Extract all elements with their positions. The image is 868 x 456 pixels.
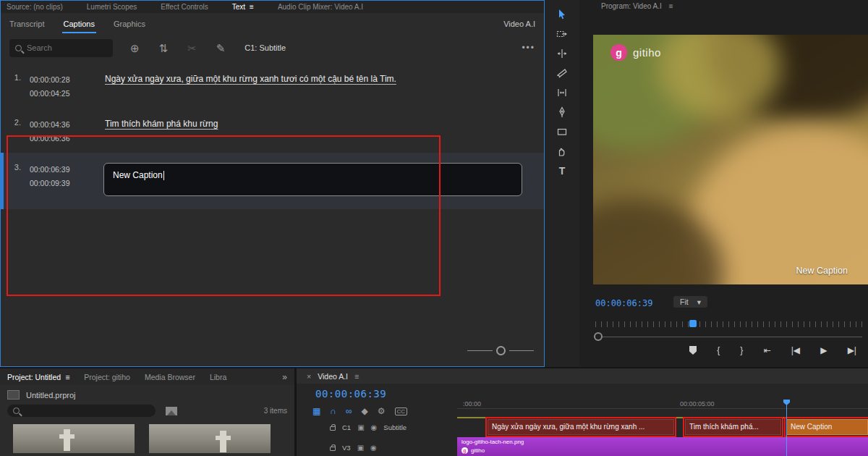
selection-tool-icon[interactable]	[555, 7, 569, 22]
edit-caption-icon[interactable]: ✎	[216, 43, 226, 54]
panel-menu-icon[interactable]: ≡	[65, 373, 69, 381]
sync-lock-icon[interactable]: ▣	[357, 423, 364, 431]
zoom-level-select[interactable]: Fit ▾	[673, 296, 707, 308]
mark-out-icon[interactable]: }	[740, 345, 743, 355]
program-timecode[interactable]: 00:00:06:39	[595, 298, 652, 308]
go-to-in-icon[interactable]: ⇤	[764, 345, 771, 355]
ripple-edit-tool-icon[interactable]	[555, 46, 569, 61]
snap-magnet-icon[interactable]: ∩	[330, 406, 336, 416]
caption-row-3-selected[interactable]: 3. 00:00:06:39 00:00:09:39 New Caption	[1, 153, 544, 209]
timeline-timecode[interactable]: 00:00:06:39	[315, 388, 386, 400]
scrollbar-handle[interactable]	[594, 332, 603, 341]
mark-in-icon[interactable]: {	[717, 345, 720, 355]
captions-visibility-icon[interactable]: CC	[395, 408, 408, 415]
caption-edit-field[interactable]: New Caption	[103, 163, 522, 196]
play-icon[interactable]: ▶	[820, 345, 827, 355]
tab-text[interactable]: Text ≡	[232, 3, 254, 11]
tab-project-gitiho[interactable]: Project: gitiho	[84, 373, 130, 381]
track-select-forward-tool-icon[interactable]	[555, 27, 569, 41]
clip-thumbnail-1[interactable]	[13, 424, 135, 453]
program-menu-icon[interactable]: ≡	[669, 2, 673, 10]
caption-clip-2[interactable]: Tim thích khám phá...	[685, 419, 781, 435]
gitiho-logo-icon: g	[610, 44, 627, 61]
search-icon	[13, 408, 20, 414]
captions-toolbar: ⊕ ⇅ ✂ ✎ C1: Subtitle •••	[1, 34, 544, 62]
type-tool-icon[interactable]: T	[555, 164, 569, 178]
slip-tool-icon[interactable]	[555, 85, 569, 100]
track-output-eye-icon[interactable]: ◉	[370, 444, 377, 452]
timeline-tab-title[interactable]: Video A.I	[318, 372, 348, 381]
project-file-row[interactable]: Untitled.prproj	[0, 385, 294, 400]
caption-zoom-slider[interactable]	[467, 346, 534, 355]
zoom-slider-handle[interactable]	[496, 346, 506, 355]
nest-toggle-icon[interactable]: ▦	[312, 406, 320, 416]
tab-overflow-icon[interactable]: »	[282, 372, 287, 382]
track-lock-icon[interactable]	[330, 426, 336, 431]
split-caption-icon[interactable]: ⇅	[159, 43, 169, 54]
program-monitor-panel: Program: Video A.I ≡ g gitiho New Captio…	[579, 0, 868, 367]
rectangle-tool-icon[interactable]	[555, 124, 569, 139]
caption-timecodes: 00:00:06:39 00:00:09:39	[30, 163, 93, 209]
track-header-c1: C1 ▣ ◉ Subtitle	[330, 423, 407, 431]
timeline-ruler[interactable]: :00:00 00:00:05:00	[457, 400, 868, 409]
icon-view-toggle[interactable]	[166, 407, 177, 415]
close-icon[interactable]: ×	[307, 372, 311, 381]
merge-caption-icon[interactable]: ✂	[187, 43, 197, 54]
tab-transcript[interactable]: Transcript	[9, 20, 45, 28]
project-file-name: Untitled.prproj	[26, 391, 75, 400]
razor-tool-icon[interactable]	[555, 66, 569, 80]
captions-subtabs: Transcript Captions Graphics Video A.I	[1, 13, 544, 34]
add-caption-icon[interactable]: ⊕	[130, 43, 140, 54]
caption-clip-1[interactable]: Ngày xửa ngày xưa, giữa một khu rừng xan…	[488, 419, 674, 435]
search-input[interactable]	[27, 43, 107, 52]
sync-lock-icon[interactable]: ▣	[357, 444, 364, 452]
project-search-box[interactable]	[7, 405, 156, 417]
add-marker-icon[interactable]	[689, 346, 697, 355]
timeline-settings-icon[interactable]: ⚙	[378, 406, 386, 416]
tab-source[interactable]: Source: (no clips)	[7, 3, 63, 11]
hand-tool-icon[interactable]	[555, 144, 569, 159]
step-forward-icon[interactable]: ▶|	[848, 345, 856, 355]
premiere-window: Source: (no clips) Lumetri Scopes Effect…	[0, 0, 868, 456]
program-zoom-scrollbar[interactable]	[594, 332, 862, 342]
track-label: Subtitle	[383, 423, 407, 431]
ruler-label: 00:00:05:00	[680, 400, 715, 408]
clip-thumbnail-2[interactable]	[149, 424, 271, 453]
track-output-eye-icon[interactable]: ◉	[371, 423, 378, 431]
caption-list: 1. 00:00:00:28 00:00:04:25 Ngày xửa ngày…	[1, 66, 544, 209]
linked-selection-icon[interactable]: ∞	[346, 406, 352, 416]
add-marker-icon[interactable]: ◆	[362, 406, 368, 416]
tab-effect-controls[interactable]: Effect Controls	[161, 3, 208, 11]
caption-text[interactable]: Ngày xửa ngày xưa, giữa một khu rừng xan…	[105, 73, 396, 111]
project-file-icon	[7, 390, 20, 400]
panel-menu-icon[interactable]: ≡	[250, 3, 254, 11]
tab-audio-clip-mixer[interactable]: Audio Clip Mixer: Video A.I	[278, 3, 363, 11]
tab-lumetri-scopes[interactable]: Lumetri Scopes	[87, 3, 137, 11]
step-back-icon[interactable]: |◀	[791, 345, 800, 355]
timeline-playhead[interactable]	[786, 400, 787, 456]
more-options-icon[interactable]: •••	[522, 43, 535, 53]
program-title[interactable]: Program: Video A.I	[601, 2, 662, 10]
program-mini-timeline[interactable]	[595, 321, 862, 327]
panel-menu-icon[interactable]: ≡	[354, 372, 359, 381]
program-playhead[interactable]	[689, 320, 697, 327]
search-icon	[15, 45, 22, 51]
caption-clip-3-selected[interactable]: New Caption	[786, 419, 868, 435]
caption-text[interactable]: Tim thích khám phá khu rừng	[105, 118, 218, 153]
track-header-v3: V3 ▣ ◉	[330, 444, 377, 452]
caption-row-2[interactable]: 2. 00:00:04:36 00:00:06:36 Tim thích khá…	[1, 111, 544, 153]
track-lock-icon[interactable]	[330, 447, 336, 451]
tab-captions[interactable]: Captions	[64, 20, 95, 28]
tab-project-untitled[interactable]: Project: Untitled ≡	[7, 373, 69, 381]
transport-controls: { } ⇤ |◀ ▶ ▶|	[689, 345, 856, 355]
project-search-row: 3 items	[7, 405, 287, 417]
track-name: C1	[342, 423, 351, 431]
tab-media-browser[interactable]: Media Browser	[145, 373, 195, 381]
ruler-label: :00:00	[463, 400, 481, 408]
search-box[interactable]	[9, 39, 113, 57]
pen-tool-icon[interactable]	[555, 105, 569, 119]
tab-graphics[interactable]: Graphics	[114, 20, 145, 28]
logo-png-clip[interactable]: logo-gitiho-tach-nen.png g gitiho	[457, 437, 868, 456]
caption-row-1[interactable]: 1. 00:00:00:28 00:00:04:25 Ngày xửa ngày…	[1, 66, 544, 111]
tab-libraries[interactable]: Libra	[210, 373, 226, 381]
